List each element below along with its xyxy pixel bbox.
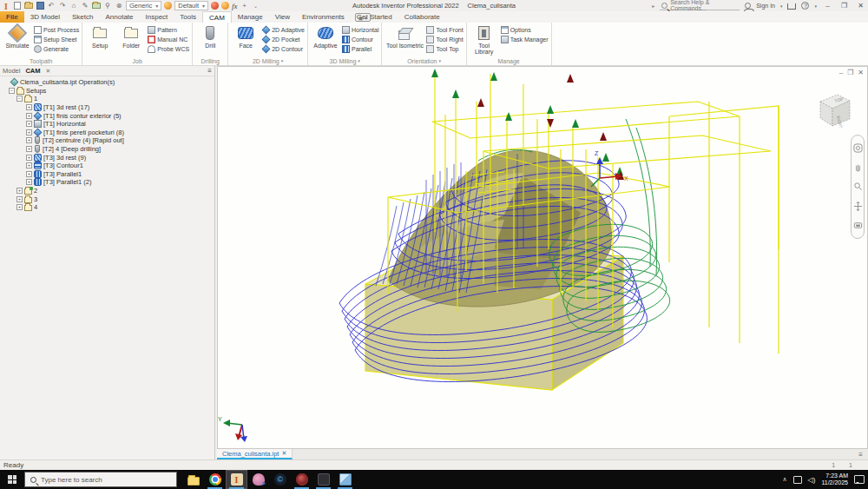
tree-row[interactable]: [T3] Contour1 [0, 162, 214, 170]
post-process-button[interactable]: Post Process [34, 25, 79, 34]
tree-row[interactable]: [T2] centruire (4) [Rapid out] [0, 136, 214, 145]
document-tab-close-icon[interactable]: ✕ [281, 450, 286, 457]
2d-contour-button[interactable]: 2D Contour [262, 44, 305, 53]
document-tab-active[interactable]: Clema_culisanta.ipt ✕ [217, 449, 293, 459]
taskbar-app-red[interactable] [291, 470, 312, 489]
setup-button[interactable]: Setup [85, 23, 115, 49]
pattern-button[interactable]: Pattern [148, 25, 189, 34]
tree-row[interactable]: Setups [0, 87, 214, 96]
2d-adaptive-button[interactable]: 2D Adaptive [262, 25, 305, 34]
expand-toggle[interactable] [16, 196, 23, 202]
home-icon[interactable]: ⌂ [69, 2, 78, 10]
group-label-orientation[interactable]: Orientation [385, 56, 463, 65]
orbit-icon[interactable] [853, 202, 863, 211]
options-button[interactable]: Options [501, 25, 549, 34]
horizontal-button[interactable]: Horizontal [342, 25, 379, 34]
taskbar-app-file-explorer[interactable] [182, 470, 204, 489]
tool-front-button[interactable]: Tool Front [426, 25, 463, 34]
parameters-fx-icon[interactable]: fx [232, 2, 238, 10]
taskbar-app-blue[interactable] [334, 470, 356, 489]
face-button[interactable]: Face [231, 23, 260, 49]
ribbon-tab[interactable]: Environments [296, 11, 351, 23]
view-cube[interactable]: TOP RIGHT [812, 88, 857, 133]
2d-pocket-button[interactable]: 2D Pocket [262, 35, 305, 43]
tree-row[interactable]: 2 [0, 187, 214, 195]
measure-icon[interactable]: ⚲ [103, 2, 112, 10]
tree-row[interactable]: [T3] Parallel1 [0, 170, 214, 179]
ribbon-tab[interactable]: Inspect [140, 11, 174, 23]
contour-button[interactable]: Contour [342, 35, 379, 43]
zoom-icon[interactable] [853, 182, 863, 191]
store-cart-icon[interactable] [787, 3, 796, 10]
expand-toggle[interactable] [26, 179, 32, 185]
browser-tab-cam[interactable]: CAM [25, 67, 40, 75]
expand-toggle[interactable] [26, 171, 32, 177]
undo-icon[interactable]: ↶ [47, 2, 56, 10]
sign-in-caret-icon[interactable]: ▾ [780, 3, 783, 9]
tree-row[interactable]: [T1] finis pereti pocketuri (8) [0, 129, 214, 137]
pan-icon[interactable] [853, 162, 863, 172]
expand-toggle[interactable] [16, 204, 23, 210]
ribbon-tab[interactable]: Collaborate [398, 11, 446, 23]
tool-library-button[interactable]: Tool Library [470, 23, 499, 56]
sign-in-button[interactable]: Sign In [756, 3, 775, 9]
tree-row[interactable]: [T1] Horizontal [0, 120, 214, 129]
sketch-icon[interactable]: ✎ [81, 2, 89, 10]
restore-button[interactable]: ❐ [838, 1, 850, 10]
task-manager-button[interactable]: Task Manager [501, 35, 549, 43]
browser-close-icon[interactable]: ✕ [46, 68, 51, 75]
look-at-icon[interactable] [853, 221, 863, 230]
ribbon-tab[interactable]: Annotate [100, 11, 140, 23]
ribbon-display-toggle[interactable]: ▣ ▾ [355, 13, 371, 22]
tool-right-button[interactable]: Tool Right [426, 35, 463, 43]
tree-row[interactable]: [T2] 4 [Deep drilling] [0, 145, 214, 154]
minimize-button[interactable]: – [822, 1, 833, 10]
parallel-button[interactable]: Parallel [342, 44, 379, 53]
expand-toggle[interactable] [26, 113, 32, 119]
tree-row[interactable]: 4 [0, 203, 214, 212]
group-label-3d-milling[interactable]: 3D Milling [311, 56, 379, 65]
expand-toggle[interactable] [26, 146, 32, 152]
tool-top-button[interactable]: Tool Top [426, 44, 463, 53]
taskbar-app-dark[interactable] [312, 470, 334, 489]
taskbar-app-chrome[interactable] [204, 470, 226, 489]
expand-toggle[interactable] [26, 121, 32, 127]
appearance-select[interactable]: Default▾ [174, 1, 208, 10]
browser-tab-model[interactable]: Model [3, 67, 20, 75]
volume-icon[interactable]: ◁) [808, 476, 816, 484]
help-search-input[interactable]: Search Help & Commands... [660, 1, 740, 10]
inventor-logo-icon[interactable]: I [2, 2, 10, 10]
folder-button[interactable]: Folder [116, 23, 146, 49]
taskbar-app-copyright[interactable]: © [269, 470, 291, 489]
simulate-button[interactable]: Simulate [3, 23, 32, 49]
document-tab-menu-icon[interactable]: ≡ [858, 451, 863, 459]
update-icon[interactable] [92, 2, 101, 10]
setup-sheet-button[interactable]: Setup Sheet [34, 35, 79, 43]
ribbon-tab[interactable]: Tools [174, 11, 202, 23]
probe-wcs-button[interactable]: Probe WCS [148, 44, 189, 53]
help-caret-icon[interactable]: ▾ [814, 3, 817, 9]
tree-row[interactable]: [T1] 3d rest (17) [0, 103, 214, 112]
group-label-2d-milling[interactable]: 2D Milling [231, 56, 305, 65]
tree-row[interactable]: [T3] 3d rest (9) [0, 153, 214, 162]
tree-row[interactable]: [T1] finis contur exterior (5) [0, 111, 214, 120]
doc-minimize-button[interactable]: – [839, 69, 843, 76]
tree-row[interactable]: 1 [0, 95, 214, 103]
ribbon-tab[interactable]: View [269, 11, 296, 23]
manual-nc-button[interactable]: Manual NC [148, 35, 189, 43]
ribbon-tab[interactable]: CAM [202, 11, 232, 23]
tree-row[interactable]: 3 [0, 195, 214, 203]
tree-row[interactable]: Clema_culisanta.ipt Operation(s) [0, 78, 214, 87]
qat-chevron-icon[interactable]: ⌄ [252, 2, 260, 10]
browser-menu-icon[interactable]: ≡ [207, 67, 212, 75]
expand-toggle[interactable] [26, 155, 32, 161]
adjust-icon[interactable] [211, 2, 219, 10]
deselect-icon[interactable]: ⊗ [115, 2, 123, 10]
expand-toggle[interactable] [9, 88, 15, 94]
new-file-icon[interactable] [13, 2, 22, 10]
expand-toggle[interactable] [26, 104, 32, 110]
start-button[interactable] [0, 470, 24, 489]
taskbar-clock[interactable]: 7:23 AM 11/2/2025 [821, 472, 848, 486]
taskbar-app-pink[interactable] [247, 470, 269, 489]
save-icon[interactable] [36, 2, 44, 10]
